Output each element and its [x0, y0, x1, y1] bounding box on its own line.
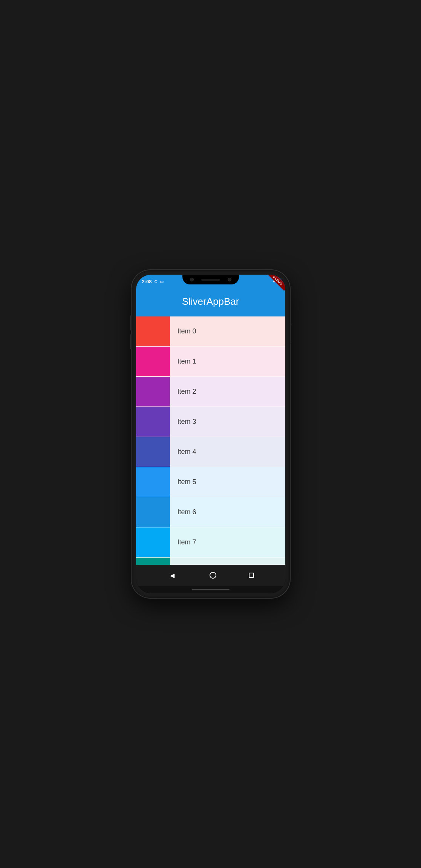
sd-icon: ▭ [160, 279, 164, 284]
list-item-label: Item 0 [170, 327, 285, 335]
list-item[interactable]: Item 5 [136, 467, 285, 497]
list-item-color-box [136, 497, 170, 527]
volume-up-button[interactable] [130, 315, 132, 330]
list-item[interactable]: Item 4 [136, 437, 285, 467]
list-item-label: Item 7 [170, 538, 285, 546]
volume-down-button[interactable] [130, 334, 132, 349]
list-item-label: Item 4 [170, 448, 285, 456]
front-sensor [228, 278, 231, 281]
list-item-color-box [136, 407, 170, 437]
list-item[interactable]: Item 2 [136, 377, 285, 407]
list-item-label: Item 5 [170, 478, 285, 486]
app-bar-title: SliverAppBar [182, 296, 239, 307]
earpiece-speaker [201, 279, 220, 281]
list-item-color-box [136, 467, 170, 497]
list-item-label: Item 3 [170, 418, 285, 426]
list-item[interactable]: Item 0 [136, 316, 285, 347]
list-item[interactable]: Item 1 [136, 347, 285, 377]
debug-badge: DEBUG [266, 275, 285, 293]
list-item-color-box [136, 437, 170, 467]
power-button[interactable] [290, 323, 291, 344]
list-item-color-box [136, 527, 170, 557]
list-item[interactable]: Item 8 [136, 558, 285, 565]
notch [182, 275, 239, 284]
list-item[interactable]: Item 7 [136, 527, 285, 558]
front-camera [190, 278, 194, 281]
sim-icon: ⊙ [154, 279, 158, 284]
app-bar: SliverAppBar [136, 288, 285, 316]
list-item-color-box [136, 347, 170, 376]
status-bar-left: 2:08 ⊙ ▭ [142, 279, 164, 284]
bottom-bar [136, 586, 285, 593]
list-item-color-box [136, 377, 170, 406]
list-item[interactable]: Item 3 [136, 407, 285, 437]
recent-button[interactable] [249, 573, 254, 578]
status-time: 2:08 [142, 279, 152, 284]
list-item-color-box [136, 316, 170, 346]
list-item-label: Item 1 [170, 358, 285, 365]
list-item[interactable]: Item 6 [136, 497, 285, 527]
list-content[interactable]: Item 0Item 1Item 2Item 3Item 4Item 5Item… [136, 316, 285, 565]
list-item-label: Item 2 [170, 388, 285, 396]
back-button[interactable]: ◀ [167, 569, 178, 582]
nav-bar: ◀ [136, 565, 285, 586]
bottom-gesture-bar [192, 589, 230, 590]
list-item-label: Item 6 [170, 508, 285, 516]
debug-label: DEBUG [267, 275, 285, 291]
home-button[interactable] [210, 572, 216, 579]
list-item-color-box [136, 558, 170, 565]
